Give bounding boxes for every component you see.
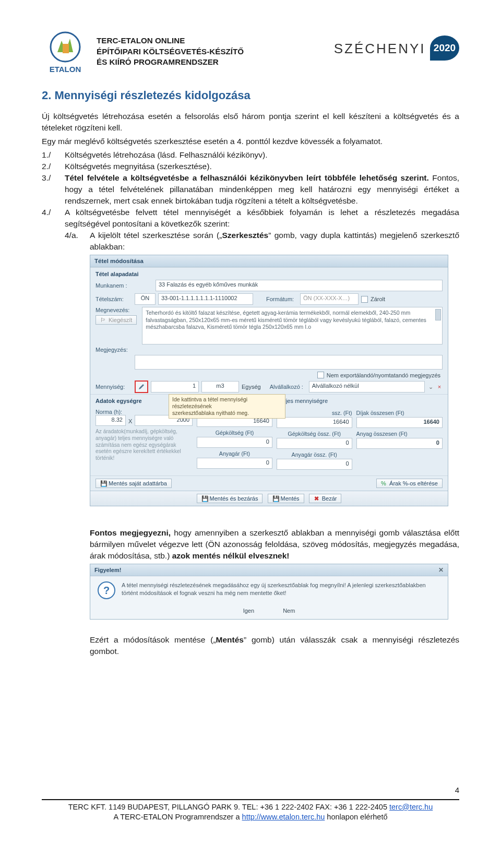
warning-bold-lead: Fontos megjegyezni, (90, 528, 171, 537)
closing-a: Ezért a módosítások mentése („ (90, 635, 216, 644)
formatum-label: Formátum: (266, 296, 297, 302)
save-label: Mentés (281, 495, 300, 502)
close-icon[interactable]: ✕ (438, 566, 444, 574)
megnevezes-label: Megnevezés: (96, 307, 129, 313)
zarolt-label: Zárolt (371, 296, 385, 302)
footer-line1: TERC KFT. 1149 BUDAPEST, PILLANGÓ PARK 9… (68, 803, 389, 811)
kiegeszit-button[interactable]: 🏳 Kiegészít (96, 315, 137, 325)
alvallalkozo-label: Alvállalkozó : (270, 384, 306, 390)
warning-bold-tail: azok mentés nélkül elvesznek! (172, 551, 290, 560)
section-heading: 2. Mennyiségi részletezés kidolgozása (42, 89, 459, 102)
tooltip-line2: szerkesztőablaka nyitható meg. (172, 410, 282, 417)
noexport-label: Nem exportálandó/nyomtatandó megjegyzés (327, 372, 440, 378)
zarolt-checkbox[interactable] (361, 296, 368, 303)
step-4a-a: A kijelölt tétel szerkesztése során („ (90, 231, 222, 240)
logo-etalon: ETALON (42, 31, 89, 76)
intro-paragraph-2: Egy már meglévő költségvetés szerkesztés… (42, 136, 459, 147)
megnevezes-textarea[interactable]: Teherhordó és kitöltő falazat készítése,… (142, 307, 443, 344)
no-button[interactable]: Nem (272, 607, 305, 615)
quantity-detail-button[interactable] (135, 381, 148, 393)
munkanem-select[interactable]: 33 Falazás és egyéb kőműves munkák (156, 280, 443, 291)
step-4a-number: 4/a. (42, 230, 90, 253)
gepkoltseg-label: Gépköltség (Ft) (197, 429, 272, 437)
close-button[interactable]: ✖ Bezár (309, 494, 342, 503)
formatum-select[interactable]: ÖN (XX-XXX-X…) (300, 293, 359, 305)
intro-paragraph-1: Új költségvetés létrehozása esetén a fel… (42, 111, 459, 134)
yes-button[interactable]: Igen (233, 607, 265, 615)
gepkoltseg-value[interactable]: 0 (197, 437, 272, 448)
svg-rect-1 (63, 44, 69, 53)
step-1-number: 1./ (42, 149, 65, 161)
header-text: TERC-ETALON ONLINE ÉPÍTŐIPARI KÖLTSÉGVET… (97, 31, 334, 68)
mennyiseg-input[interactable]: 1 (151, 381, 199, 393)
save-to-own-button[interactable]: 💾 Mentés saját adattárba (96, 479, 172, 488)
closing-paragraph: Ezért a módosítások mentése („Mentés” go… (90, 634, 459, 657)
egyseg-label: Egység (242, 384, 261, 390)
step-3-text: Tétel felvétele a költségvetésbe a felha… (65, 172, 459, 207)
warning-paragraph: Fontos megjegyezni, hogy amennyiben a sz… (90, 527, 459, 562)
footer-email-link[interactable]: terc@terc.hu (389, 803, 433, 811)
gepossz-value: 0 (277, 438, 352, 449)
warning-title: Figyelem! (94, 567, 121, 573)
header-line1: TERC-ETALON ONLINE (97, 35, 334, 46)
dropdown-icon[interactable]: ⌄ (427, 384, 434, 390)
disk-icon: 💾 (100, 480, 106, 486)
price-percent-button[interactable]: % Árak %-os eltérése (376, 479, 443, 488)
anyagossz-value: 0 (356, 438, 443, 449)
tetelszam-label: Tételszám: (96, 296, 132, 302)
logo-szechenyi: SZÉCHENYI 2020 (334, 31, 459, 61)
mennyiseg-unit[interactable]: m3 (201, 381, 239, 393)
question-icon: ? (98, 581, 115, 599)
step-1-text: Költségvetés létrehozása (lásd. Felhaszn… (65, 149, 459, 161)
save-and-close-label: Mentés és bezárás (210, 495, 258, 502)
step-2-number: 2./ (42, 161, 65, 172)
page-header: ETALON TERC-ETALON ONLINE ÉPÍTŐIPARI KÖL… (42, 31, 459, 76)
save-and-close-button[interactable]: 💾 Mentés és bezárás (197, 494, 263, 503)
save-button[interactable]: 💾 Mentés (268, 494, 304, 503)
ossz-label: ssz. (Ft) (277, 409, 352, 417)
munkadij-ossz: 16640 (277, 417, 352, 428)
close-label: Bezár (322, 495, 337, 502)
close-icon: ✖ (314, 495, 320, 502)
anyagar-value[interactable]: 0 (197, 458, 272, 469)
closing-b: Mentés (216, 635, 244, 644)
percent-icon: % (381, 480, 387, 486)
x-label: X (128, 418, 132, 424)
footer-url-link[interactable]: http://www.etalon.terc.hu (242, 813, 325, 821)
dijak-label: Díjak összesen (Ft) (356, 409, 443, 417)
anyagarossz-value: 0 (277, 459, 352, 470)
megjegyzes-textarea[interactable] (135, 355, 443, 370)
on-badge: ÖN (135, 293, 156, 305)
teljes-label: teljes mennyiségre (280, 398, 328, 404)
flag-icon: 🏳 (100, 317, 106, 323)
clear-icon[interactable]: × (436, 384, 443, 390)
step-4a-bold: Szerkesztés (222, 231, 268, 240)
megjegyzes-label: Megjegyzés: (96, 347, 132, 353)
kiegeszit-label: Kiegészít (109, 317, 132, 323)
step-4a-text: A kijelölt tétel szerkesztése során („Sz… (90, 230, 459, 253)
step-4-number: 4./ (42, 207, 65, 230)
quantity-tooltip: Ide kattintva a tétel mennyiségi részlet… (169, 394, 285, 419)
section-alapadatok: Tétel alapadatai (90, 267, 448, 279)
dialog-title: Tétel módosítása (90, 255, 448, 267)
tetelszam-input[interactable]: 33-001-1.1.1.1.1.1.1-1110002 (158, 293, 253, 305)
page-footer: TERC KFT. 1149 BUDAPEST, PILLANGÓ PARK 9… (42, 799, 459, 823)
header-line2: ÉPÍTŐIPARI KÖLTSÉGVETÉS-KÉSZÍTŐ (97, 46, 334, 57)
warning-dialog: Figyelem! ✕ ? A tétel mennyiségi részlet… (90, 564, 448, 620)
megnevezes-text: Teherhordó és kitöltő falazat készítése,… (146, 310, 426, 330)
anyagossz-label: Anyag összesen (Ft) (356, 430, 443, 438)
step-2-text: Költségvetés megnyitása (szerkesztése). (65, 161, 459, 172)
szechenyi-badge: 2020 (430, 35, 459, 61)
step-4-text: A költségvetésbe felvett tétel mennyiség… (65, 207, 459, 230)
alvallalkozo-select[interactable]: Alvállalkozó nélkül (309, 381, 425, 393)
disk-icon: 💾 (272, 495, 279, 502)
scrollbar-icon[interactable] (435, 309, 441, 320)
norma-label: Norma (h): (96, 409, 122, 415)
footer-line2a: A TERC-ETALON Programrendszer a (114, 813, 242, 821)
norma-value[interactable]: 8.32 (96, 415, 126, 426)
dijak-value: 16640 (356, 417, 443, 428)
calc-note: Az áradatok(munkadíj, gépköltség, anyagá… (96, 427, 193, 462)
anyagar-label: Anyagár (Ft) (197, 449, 272, 458)
warning-message: A tétel mennyiségi részletezésének megad… (122, 581, 440, 597)
noexport-checkbox[interactable] (317, 372, 324, 378)
